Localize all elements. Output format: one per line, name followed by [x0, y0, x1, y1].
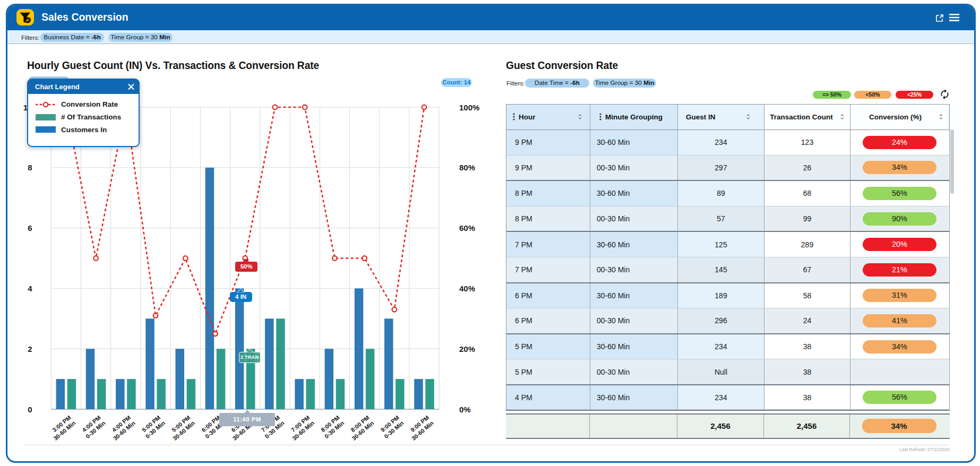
- svg-text:5:00 PM0-30 Min: 5:00 PM0-30 Min: [140, 414, 166, 439]
- svg-text:0: 0: [28, 405, 32, 414]
- svg-text:100%: 100%: [459, 103, 479, 112]
- svg-text:9:00 PM0-30 Min: 9:00 PM0-30 Min: [379, 414, 405, 439]
- svg-text:6: 6: [28, 223, 32, 232]
- svg-text:4: 4: [28, 284, 32, 293]
- svg-text:5:00 PM30-60 Min: 5:00 PM30-60 Min: [167, 414, 196, 441]
- svg-text:2: 2: [28, 344, 32, 353]
- svg-text:8:00 PM0-30 Min: 8:00 PM0-30 Min: [319, 414, 345, 439]
- svg-text:7:00 PM30-60 Min: 7:00 PM30-60 Min: [286, 414, 315, 441]
- svg-text:4:00 PM30-60 Min: 4:00 PM30-60 Min: [107, 414, 136, 441]
- svg-text:4:00 PM0-30 Min: 4:00 PM0-30 Min: [80, 414, 106, 439]
- svg-text:9:00 PM30-60 Min: 9:00 PM30-60 Min: [406, 414, 435, 441]
- svg-text:80%: 80%: [459, 163, 475, 172]
- svg-text:3:00 PM30-60 Min: 3:00 PM30-60 Min: [48, 414, 77, 441]
- svg-text:20%: 20%: [459, 344, 475, 353]
- svg-text:60%: 60%: [459, 223, 475, 232]
- svg-text:8:00 PM30-60 Min: 8:00 PM30-60 Min: [346, 414, 375, 441]
- svg-text:8: 8: [28, 163, 32, 172]
- svg-text:0%: 0%: [459, 405, 471, 414]
- svg-text:40%: 40%: [459, 284, 475, 293]
